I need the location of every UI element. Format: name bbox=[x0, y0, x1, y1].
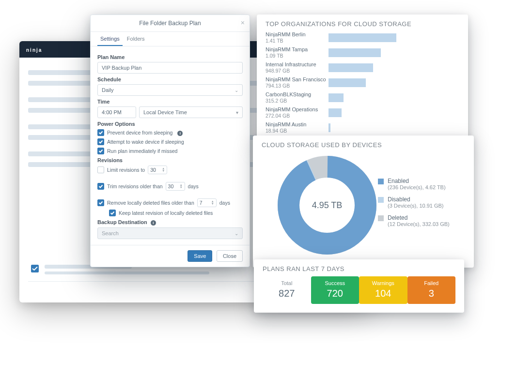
stat-warnings: Warnings104 bbox=[359, 276, 407, 304]
org-value: 948.97 GB bbox=[266, 68, 329, 74]
org-name: Internal Infrastructure bbox=[266, 61, 329, 68]
plan-name-label: Plan Name bbox=[97, 54, 243, 60]
days-label: days bbox=[219, 200, 230, 206]
trim-older-stepper[interactable]: 30▲▼ bbox=[166, 182, 185, 191]
revisions-label: Revisions bbox=[97, 157, 243, 163]
org-bar bbox=[329, 93, 344, 102]
legend-item: Disabled(3 Device(s), 10.91 GB) bbox=[378, 196, 465, 209]
legend-sub: (236 Device(s), 4.62 TB) bbox=[388, 184, 446, 190]
limit-revisions-checkbox[interactable] bbox=[97, 166, 104, 173]
org-row: NinjaRMM Operations272.04 GB bbox=[266, 106, 459, 121]
legend-label: Deleted bbox=[388, 214, 450, 221]
time-label: Time bbox=[97, 99, 243, 105]
org-value: 794.13 GB bbox=[266, 83, 329, 89]
close-icon[interactable]: × bbox=[241, 19, 245, 27]
org-row: NinjaRMM San Francisco794.13 GB bbox=[266, 75, 459, 90]
power-options-label: Power Options bbox=[97, 121, 243, 127]
plans-ran-title: PLANS RAN LAST 7 DAYS bbox=[254, 259, 464, 274]
legend-sub: (3 Device(s), 10.91 GB) bbox=[388, 203, 444, 209]
run-missed-label: Run plan immediately if missed bbox=[107, 148, 177, 154]
org-row: NinjaRMM Berlin1.41 TB bbox=[266, 30, 459, 45]
tab-settings[interactable]: Settings bbox=[97, 32, 123, 46]
org-name: NinjaRMM Operations bbox=[266, 106, 329, 113]
org-name: CarbonBLKStaging bbox=[266, 91, 329, 98]
brand-logo-text: ninja bbox=[26, 47, 42, 53]
limit-revisions-stepper[interactable]: 30▲▼ bbox=[148, 166, 167, 174]
trim-older-label: Trim revisions older than bbox=[107, 183, 163, 189]
keep-latest-label: Keep latest revision of locally deleted … bbox=[119, 210, 213, 216]
wake-device-checkbox[interactable] bbox=[97, 138, 104, 145]
legend-sub: (12 Device(s), 332.03 GB) bbox=[388, 221, 450, 227]
legend-swatch bbox=[378, 179, 384, 184]
org-row: Internal Infrastructure948.97 GB bbox=[266, 60, 459, 75]
donut-center-value: 4.95 TB bbox=[312, 200, 343, 211]
modal-tabs: Settings Folders bbox=[91, 32, 250, 46]
legend-swatch bbox=[378, 197, 384, 203]
org-name: NinjaRMM Austin bbox=[266, 121, 329, 128]
org-value: 272.04 GB bbox=[266, 113, 329, 119]
chevron-down-icon: ⌄ bbox=[235, 231, 238, 236]
org-row: CarbonBLKStaging315.2 GB bbox=[266, 90, 459, 106]
save-button[interactable]: Save bbox=[188, 250, 212, 262]
days-label: days bbox=[188, 183, 199, 189]
plan-name-input[interactable]: VIP Backup Plan bbox=[97, 62, 243, 74]
trim-older-checkbox[interactable] bbox=[97, 183, 104, 190]
remove-deleted-label: Remove locally deleted files older than bbox=[107, 200, 194, 206]
org-bar bbox=[329, 48, 381, 57]
org-bar bbox=[329, 108, 342, 117]
cloud-storage-title: CLOUD STORAGE USED BY DEVICES bbox=[253, 136, 474, 151]
legend-item: Deleted(12 Device(s), 332.03 GB) bbox=[378, 214, 465, 227]
modal-header: File Folder Backup Plan × bbox=[91, 15, 250, 32]
tab-folders[interactable]: Folders bbox=[124, 32, 148, 45]
org-name: NinjaRMM San Francisco bbox=[266, 76, 329, 83]
stat-total: Total827 bbox=[263, 276, 311, 304]
cloud-storage-panel: CLOUD STORAGE USED BY DEVICES 4.95 TB En… bbox=[253, 136, 474, 268]
limit-revisions-label: Limit revisions to bbox=[107, 167, 145, 173]
legend-swatch bbox=[378, 215, 384, 221]
top-organizations-panel: TOP ORGANIZATIONS FOR CLOUD STORAGE Ninj… bbox=[257, 15, 468, 142]
wake-device-label: Attempt to wake device if sleeping bbox=[107, 139, 184, 145]
schedule-select[interactable]: Daily⌄ bbox=[97, 84, 243, 96]
destination-label: Backup Destination i bbox=[97, 219, 243, 226]
legend-label: Enabled bbox=[388, 178, 446, 184]
run-missed-checkbox[interactable] bbox=[97, 148, 104, 154]
org-bar bbox=[329, 123, 330, 132]
remove-deleted-stepper[interactable]: 7▲▼ bbox=[197, 198, 217, 207]
top-organizations-title: TOP ORGANIZATIONS FOR CLOUD STORAGE bbox=[257, 15, 468, 30]
checkbox-icon[interactable] bbox=[31, 265, 39, 272]
time-input[interactable]: 4:00 PM bbox=[97, 106, 136, 118]
org-row: NinjaRMM Austin18.94 GB bbox=[266, 121, 459, 136]
donut-chart: 4.95 TB bbox=[276, 154, 378, 256]
org-value: 1.09 TB bbox=[266, 53, 329, 59]
prevent-sleep-label: Prevent device from sleeping bbox=[107, 130, 172, 136]
org-name: NinjaRMM Tampa bbox=[266, 46, 329, 53]
keep-latest-checkbox[interactable] bbox=[109, 210, 116, 216]
org-bar bbox=[329, 78, 366, 87]
backup-plan-modal: File Folder Backup Plan × Settings Folde… bbox=[90, 15, 250, 267]
org-bar bbox=[329, 63, 373, 72]
stat-success: Success720 bbox=[311, 276, 360, 304]
modal-title: File Folder Backup Plan bbox=[139, 20, 201, 27]
legend-item: Enabled(236 Device(s), 4.62 TB) bbox=[378, 178, 465, 190]
org-value: 18.94 GB bbox=[266, 128, 329, 134]
close-button[interactable]: Close bbox=[217, 250, 243, 262]
org-row: NinjaRMM Tampa1.09 TB bbox=[266, 45, 459, 60]
org-value: 1.41 TB bbox=[266, 38, 329, 44]
remove-deleted-checkbox[interactable] bbox=[97, 199, 104, 206]
org-value: 315.2 GB bbox=[266, 98, 329, 104]
chevron-down-icon: ⌄ bbox=[235, 88, 238, 93]
plans-ran-panel: PLANS RAN LAST 7 DAYS Total827 Success72… bbox=[254, 259, 464, 313]
org-bar bbox=[329, 33, 396, 42]
schedule-label: Schedule bbox=[97, 76, 243, 82]
chevron-down-icon: ▾ bbox=[236, 110, 238, 115]
stat-failed: Failed3 bbox=[407, 276, 456, 304]
org-name: NinjaRMM Berlin bbox=[266, 31, 329, 38]
prevent-sleep-checkbox[interactable] bbox=[97, 129, 104, 136]
destination-select[interactable]: Search⌄ bbox=[97, 227, 243, 239]
info-icon[interactable]: i bbox=[177, 131, 183, 136]
timezone-select[interactable]: Local Device Time▾ bbox=[139, 106, 243, 118]
info-icon[interactable]: i bbox=[151, 220, 156, 226]
legend-label: Disabled bbox=[388, 196, 444, 203]
